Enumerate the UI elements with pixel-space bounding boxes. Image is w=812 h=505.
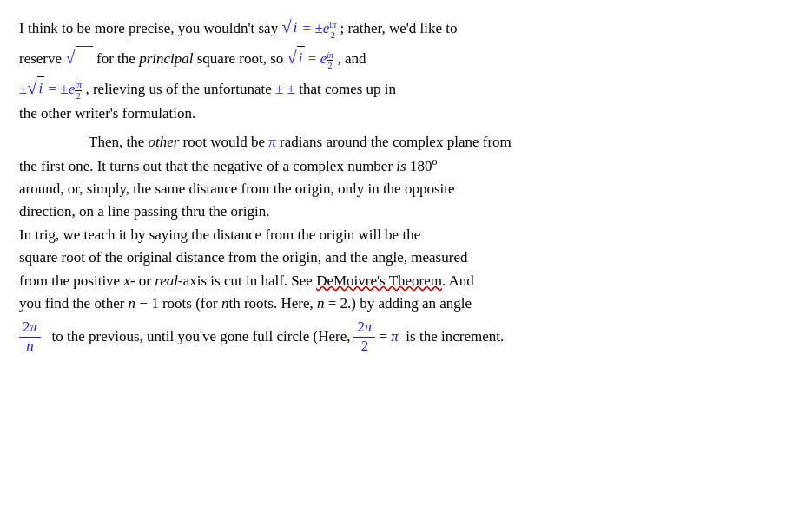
numerator-2pi-2: 2π: [353, 318, 375, 337]
numerator-2pi: 2π: [19, 318, 41, 337]
text-segment: I think to be more precise, you wouldn't…: [19, 20, 281, 36]
text-increment: is the increment.: [399, 325, 504, 348]
sqrt-wrap-3: √i: [287, 46, 305, 69]
text-other-writer: the other writer's formulation.: [19, 105, 195, 121]
text-equals-pi: =: [379, 325, 387, 348]
paragraph-line-8: direction, on a line passing thru the or…: [19, 200, 793, 223]
var-i: i: [294, 19, 298, 36]
math-pi: π: [268, 134, 276, 150]
denominator-n: n: [23, 338, 37, 355]
text-and: . And: [442, 272, 474, 289]
paragraph-line-11: from the positive x- or real-axis is cut…: [19, 270, 793, 292]
math-sqrt-i: √i = ±eiπ2: [281, 20, 340, 36]
text-segment-2: ; rather, we'd like to: [340, 20, 458, 36]
word-real: real: [155, 272, 178, 289]
sqrt-content: i: [292, 16, 300, 39]
sqrt-wrap-4: √i: [27, 76, 44, 100]
math-pm-sqrt-i: ± √i = ±eiπ2: [19, 81, 85, 97]
paragraph-line-10: square root of the original distance fro…: [19, 246, 793, 269]
var-nth: n: [221, 295, 229, 312]
text-to-previous: to the previous, until you've gone full …: [44, 325, 350, 348]
math-pm-pm: ± ±: [275, 81, 295, 97]
text-first-one: the first one. It turns out that the neg…: [19, 158, 437, 174]
degree-symbol: o: [432, 155, 437, 167]
paragraph-line-13: 2π n to the previous, until you've gone …: [19, 318, 793, 355]
math-pi-2: π: [387, 325, 399, 348]
text-you-find: you find the other n − 1 roots (for nth …: [19, 295, 472, 312]
text-square-root: square root of the original distance fro…: [19, 249, 467, 266]
word-is: is: [396, 158, 406, 174]
var-n: n: [129, 295, 136, 312]
paragraph-line-9: In trig, we teach it by saying the dista…: [19, 224, 793, 246]
word-principal: principal: [139, 50, 193, 67]
text-and: , and: [337, 50, 366, 67]
var-x: x: [123, 272, 130, 289]
var-n2: n: [317, 295, 325, 312]
sqrt-bar: [76, 46, 93, 69]
text-then: Then, the other root would be: [89, 134, 268, 150]
paragraph-line-12: you find the other n − 1 roots (for nth …: [19, 292, 793, 315]
sqrt-symbol-2: √: [65, 49, 75, 66]
text-radians: radians around the complex plane from: [280, 134, 512, 150]
equals-2: = eiπ2: [308, 50, 333, 67]
equals: = ±eiπ2: [303, 20, 337, 36]
text-direction: direction, on a line passing thru the or…: [19, 203, 269, 220]
paragraph-line-1: I think to be more precise, you wouldn't…: [19, 16, 793, 41]
math-sqrt-alone: √: [65, 50, 96, 67]
text-from-positive: from the positive x- or real-axis is cut…: [19, 272, 316, 289]
sqrt-symbol-3: √: [287, 49, 297, 66]
text-around: around, or, simply, the same distance fr…: [19, 180, 455, 197]
text-for-principal: for the principal square root, so: [96, 50, 287, 67]
word-other: other: [148, 134, 179, 150]
paragraph-line-2: reserve √ for the principal square root,…: [19, 46, 793, 71]
sqrt-content-4: i: [37, 76, 45, 100]
paragraph-line-6: the first one. It turns out that the neg…: [19, 154, 793, 178]
demoivre-link[interactable]: DeMoivre's Theorem: [316, 272, 442, 289]
paragraph-line-4: the other writer's formulation.: [19, 102, 793, 125]
text-that-comes: that comes up in: [299, 81, 396, 97]
sqrt-content-3: i: [297, 46, 305, 69]
sqrt-symbol-4: √: [27, 79, 36, 96]
main-content: I think to be more precise, you wouldn't…: [19, 16, 793, 355]
math-sqrt-i-2: √i = eiπ2: [287, 50, 338, 67]
text-relieving: , relieving us of the unfortunate: [85, 81, 275, 97]
text-reserve: reserve: [19, 50, 65, 67]
text-in-trig: In trig, we teach it by saying the dista…: [19, 226, 420, 243]
equals-3: = ±eiπ2: [49, 81, 83, 97]
paragraph-line-7: around, or, simply, the same distance fr…: [19, 178, 793, 200]
sqrt-wrap-2: √: [65, 46, 92, 69]
math-fraction-2pi-n: 2π n: [19, 318, 41, 355]
sqrt-symbol: √: [281, 18, 291, 36]
paragraph-line-3: ± √i = ±eiπ2 , relieving us of the unfor…: [19, 76, 793, 102]
denominator-2: 2: [358, 338, 373, 355]
math-fraction-2pi-2: 2π 2: [353, 318, 375, 355]
sqrt-wrap: √i: [281, 16, 299, 39]
paragraph-line-5: Then, the other root would be π radians …: [19, 131, 793, 154]
